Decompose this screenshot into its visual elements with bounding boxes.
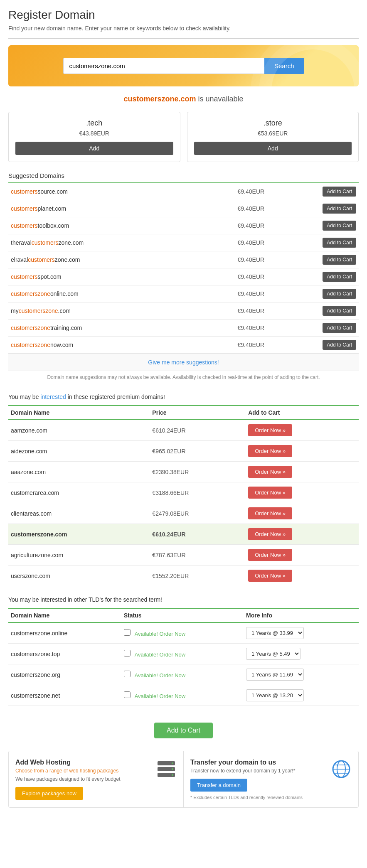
search-input[interactable] — [63, 58, 264, 74]
availability-status: is unavailable — [198, 95, 244, 103]
domain-highlight: customerszone — [11, 325, 50, 331]
search-button[interactable]: Search — [264, 58, 304, 74]
premium-domain-name: aidezone.com — [8, 441, 150, 462]
order-now-button[interactable]: Order Now » — [248, 528, 292, 540]
premium-domain-price: €787.63EUR — [150, 545, 246, 566]
premium-domain-row: clientareas.com €2479.08EUR Order Now » — [8, 503, 359, 524]
suggested-domain-action: Add to Cart — [268, 183, 359, 200]
premium-domain-name: clientareas.com — [8, 503, 150, 524]
tld-domain-info: 1 Year/s @ 5.49 — [244, 644, 359, 664]
suggested-domain-name: customerstoolbox.com — [8, 217, 190, 234]
tld-domain-row: customerszone.top Available! Order Now 1… — [8, 644, 359, 664]
tld-more-info-select[interactable]: 1 Year/s @ 11.69 — [246, 669, 304, 681]
add-to-cart-suggested-button[interactable]: Add to Cart — [323, 340, 356, 350]
add-to-cart-button[interactable]: Add to Cart — [154, 723, 213, 738]
suggested-domain-name: customersspot.com — [8, 268, 190, 285]
tld-more-info-select[interactable]: 1 Year/s @ 13.20 — [246, 689, 304, 701]
svg-point-3 — [172, 762, 173, 764]
premium-domain-action: Order Now » — [246, 566, 359, 586]
domain-highlight: customers — [11, 205, 38, 212]
tld-domain-checkbox[interactable] — [124, 671, 131, 677]
premium-domain-price: €610.24EUR — [150, 524, 246, 545]
add-to-cart-suggested-button[interactable]: Add to Cart — [323, 323, 356, 333]
tld-domain-status: Available! Order Now — [121, 644, 244, 664]
tld-table: Domain Name Status More Info customerszo… — [8, 608, 359, 706]
transfer-domain-button[interactable]: Transfer a domain — [190, 779, 247, 792]
suggested-domains-title: Suggested Domains — [8, 172, 359, 179]
order-now-button[interactable]: Order Now » — [248, 424, 292, 436]
premium-domain-action: Order Now » — [246, 524, 359, 545]
order-now-button[interactable]: Order Now » — [248, 445, 292, 457]
tld-col-status: Status — [121, 608, 244, 622]
suggested-domain-action: Add to Cart — [268, 337, 359, 354]
suggested-domain-row: customerszoneonline.com €9.40EUR Add to … — [8, 285, 359, 302]
order-now-button[interactable]: Order Now » — [248, 466, 292, 478]
tld-store-name: .store — [194, 119, 352, 128]
suggested-domain-action: Add to Cart — [268, 285, 359, 302]
suggested-domain-price: €9.40EUR — [190, 302, 269, 320]
search-banner: Search — [8, 45, 359, 86]
suggested-domain-action: Add to Cart — [268, 302, 359, 320]
transfer-card-desc: Transfer now to extend your domain by 1 … — [190, 768, 327, 774]
tld-domain-name: customerszone.top — [8, 644, 121, 664]
tld-domain-checkbox[interactable] — [124, 629, 131, 636]
suggested-domain-name: customerszoneonline.com — [8, 285, 190, 302]
explore-packages-button[interactable]: Explore packages now — [15, 787, 83, 800]
order-now-button[interactable]: Order Now » — [248, 549, 292, 561]
hosting-card-text: Add Web Hosting Choose from a range of w… — [15, 759, 152, 800]
tld-more-info-select[interactable]: 1 Year/s @ 5.49 — [246, 648, 300, 660]
add-to-cart-suggested-button[interactable]: Add to Cart — [323, 289, 356, 299]
tld-domain-status: Available! Order Now — [121, 664, 244, 685]
tld-store-add-button[interactable]: Add — [194, 142, 352, 155]
order-now-button[interactable]: Order Now » — [248, 507, 292, 519]
globe-icon — [331, 759, 352, 781]
tld-cards-container: .tech €43.89EUR Add .store €53.69EUR Add — [8, 112, 359, 162]
suggested-domain-row: elravalcustomerszone.com €9.40EUR Add to… — [8, 251, 359, 268]
title-divider — [8, 38, 359, 39]
premium-domain-action: Order Now » — [246, 503, 359, 524]
tld-domain-checkbox[interactable] — [124, 691, 131, 698]
add-to-cart-suggested-button[interactable]: Add to Cart — [323, 255, 356, 265]
premium-domain-name: aamzone.com — [8, 420, 150, 441]
premium-col-price: Price — [150, 406, 246, 420]
premium-domain-action: Order Now » — [246, 420, 359, 441]
add-to-cart-suggested-button[interactable]: Add to Cart — [323, 238, 356, 248]
transfer-card-text: Transfer your domain to us Transfer now … — [190, 759, 327, 800]
suggested-domain-action: Add to Cart — [268, 217, 359, 234]
premium-domain-price: €1552.20EUR — [150, 566, 246, 586]
more-suggestions-row: Give me more suggestions! — [8, 354, 359, 371]
premium-domain-row: userszone.com €1552.20EUR Order Now » — [8, 566, 359, 586]
add-to-cart-suggested-button[interactable]: Add to Cart — [323, 204, 356, 214]
premium-domain-name: aaazone.com — [8, 462, 150, 482]
premium-domain-price: €2479.08EUR — [150, 503, 246, 524]
suggested-domain-name: theravalcustomerszone.com — [8, 234, 190, 251]
tld-more-info-select[interactable]: 1 Year/s @ 33.99 — [246, 627, 304, 639]
suggested-domain-action: Add to Cart — [268, 268, 359, 285]
premium-domain-row: aamzone.com €610.24EUR Order Now » — [8, 420, 359, 441]
bottom-cards: Add Web Hosting Choose from a range of w… — [8, 751, 359, 808]
add-to-cart-suggested-button[interactable]: Add to Cart — [323, 306, 356, 316]
add-to-cart-suggested-button[interactable]: Add to Cart — [323, 221, 356, 231]
tld-domain-name: customerszone.net — [8, 685, 121, 706]
add-to-cart-suggested-button[interactable]: Add to Cart — [323, 187, 356, 197]
page-title: Register Domain — [8, 8, 359, 22]
transfer-card: Transfer your domain to us Transfer now … — [183, 751, 358, 807]
suggested-domain-name: customerszonetraining.com — [8, 320, 190, 337]
order-now-button[interactable]: Order Now » — [248, 487, 292, 499]
more-suggestions-link[interactable]: Give me more suggestions! — [148, 359, 219, 366]
transfer-card-title: Transfer your domain to us — [190, 759, 327, 766]
domain-highlight: customers — [11, 273, 38, 280]
domain-highlight: customerszone — [11, 342, 50, 348]
tld-domain-info: 1 Year/s @ 11.69 — [244, 664, 359, 685]
add-to-cart-suggested-button[interactable]: Add to Cart — [323, 272, 356, 282]
tld-status-text: Available! Order Now — [135, 672, 186, 679]
suggested-domain-row: mycustomerszone.com €9.40EUR Add to Cart — [8, 302, 359, 320]
premium-domain-name: customerarea.com — [8, 482, 150, 503]
tld-domain-checkbox[interactable] — [124, 650, 131, 657]
tld-domain-row: customerszone.online Available! Order No… — [8, 622, 359, 644]
tld-tech-add-button[interactable]: Add — [15, 142, 173, 155]
tld-status-text: Available! Order Now — [135, 693, 186, 699]
order-now-button[interactable]: Order Now » — [248, 570, 292, 582]
suggested-domains-section: Suggested Domains customerssource.com €9… — [8, 172, 359, 384]
suggested-domain-action: Add to Cart — [268, 320, 359, 337]
